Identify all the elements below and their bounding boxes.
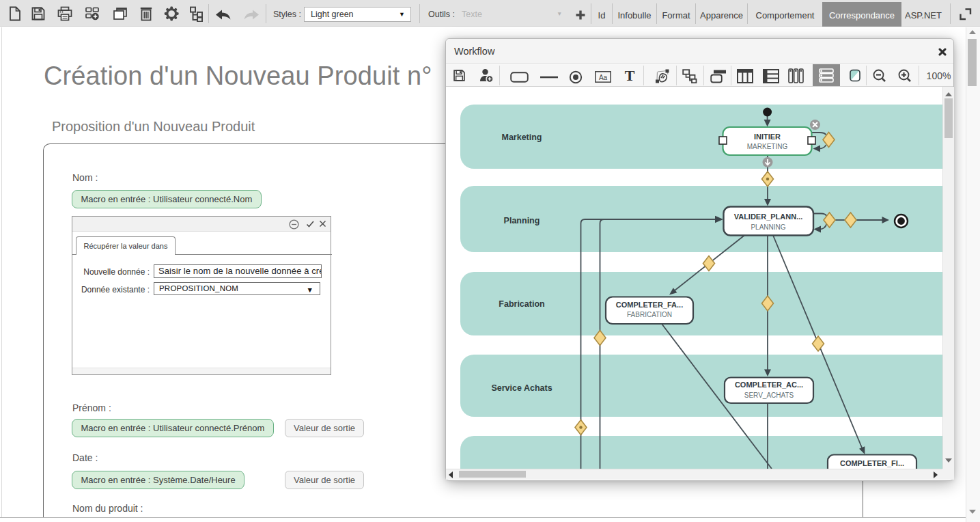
svg-text:COMPLETER_FI...: COMPLETER_FI... xyxy=(840,459,904,467)
svg-text:MARKETING: MARKETING xyxy=(747,143,788,150)
svg-text:SERV_ACHATS: SERV_ACHATS xyxy=(744,392,794,399)
svg-text:COMPLETER_AC...: COMPLETER_AC... xyxy=(735,381,803,389)
svg-text:COMPLETER_FA...: COMPLETER_FA... xyxy=(616,301,683,309)
svg-text:PLANNING: PLANNING xyxy=(751,223,785,231)
svg-text:T: T xyxy=(625,69,635,83)
svg-text:INITIER: INITIER xyxy=(754,133,781,141)
svg-text:Service Achats: Service Achats xyxy=(491,383,552,393)
svg-text:Planning: Planning xyxy=(504,216,540,225)
svg-text:Marketing: Marketing xyxy=(501,133,542,142)
svg-text:VALIDER_PLANN...: VALIDER_PLANN... xyxy=(734,212,803,221)
svg-text:Fabrication: Fabrication xyxy=(499,299,544,309)
svg-text:Aa: Aa xyxy=(599,74,608,81)
svg-text:FABRICATION: FABRICATION xyxy=(627,311,672,318)
